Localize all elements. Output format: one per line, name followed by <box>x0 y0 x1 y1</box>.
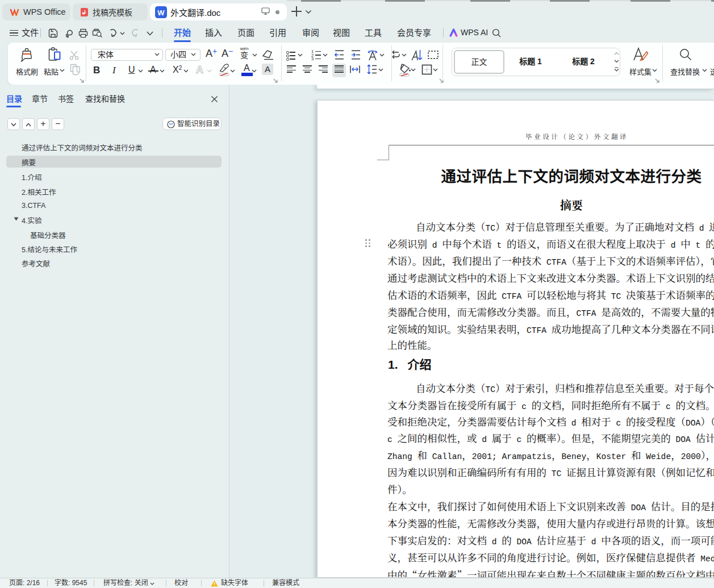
svg-text:W: W <box>157 8 165 16</box>
